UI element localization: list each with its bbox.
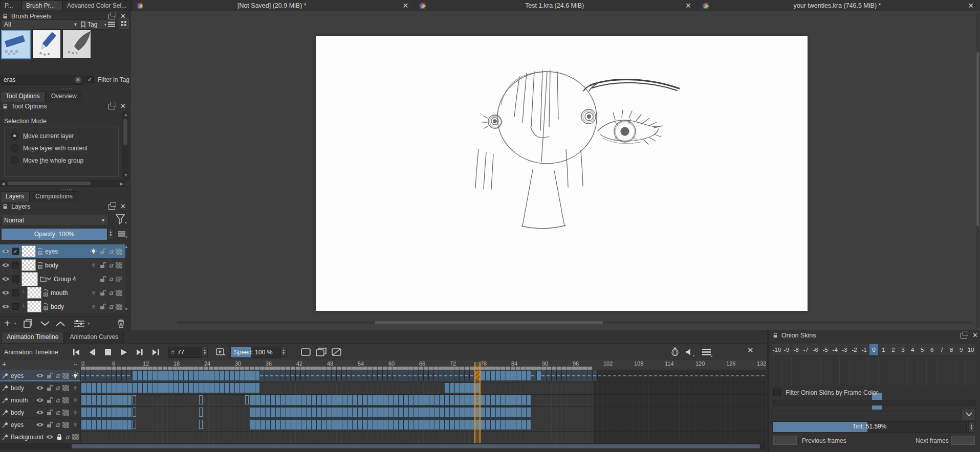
layer-row-mouth[interactable]: └mouthα: [0, 286, 125, 300]
float-docker-icon[interactable]: [108, 14, 115, 19]
visibility-eye-icon[interactable]: [2, 248, 10, 254]
timeline-row-label-eyes[interactable]: eyesα: [0, 370, 81, 381]
skip-to-start-button[interactable]: [70, 346, 83, 358]
scroll-up-icon[interactable]: ▲: [124, 112, 128, 118]
stop-button[interactable]: [101, 346, 115, 358]
radio-icon[interactable]: [11, 132, 18, 140]
canvas-area[interactable]: ······: [131, 11, 980, 330]
timeline-row-label-body[interactable]: bodyα: [0, 382, 81, 394]
tab-layerdock-0[interactable]: Layers: [0, 191, 30, 202]
frame-segment-solid[interactable]: [444, 382, 480, 393]
layers-scroll-up-icon[interactable]: ▲: [124, 244, 128, 249]
tab-tool-0[interactable]: Tool Options: [0, 91, 46, 102]
timeline-row-body[interactable]: bodyα: [0, 406, 766, 419]
lock-icon[interactable]: [100, 262, 106, 268]
timeline-frame-grid[interactable]: eyesαbodyαmouthαbodyαeyesαBackgroundα: [0, 370, 766, 443]
visibility-eye-icon[interactable]: [36, 373, 44, 378]
docker-lock-icon[interactable]: [2, 13, 8, 19]
visibility-eye-icon[interactable]: [36, 410, 44, 415]
visibility-eye-icon[interactable]: [2, 304, 10, 309]
filter-in-tag[interactable]: ✓ Filter in Tag: [86, 76, 129, 83]
inherit-alpha-icon[interactable]: [62, 373, 69, 379]
canvas-hscrollbar[interactable]: [177, 321, 973, 324]
tool-options-vscrollbar[interactable]: ▲ ▼: [122, 111, 129, 179]
alpha-lock-icon[interactable]: α: [108, 247, 113, 255]
current-frame-spinbox[interactable]: # 77: [168, 347, 203, 358]
blend-mode-combobox[interactable]: Normal ▼: [1, 215, 108, 226]
audio-menu-button[interactable]: ▾: [684, 346, 696, 358]
tab-timeline-1[interactable]: Animation Curves: [64, 332, 124, 343]
close-tab-icon[interactable]: ✕: [683, 2, 693, 10]
frame-segment-hollow[interactable]: [133, 395, 136, 404]
create-duplicate-frame-button[interactable]: [314, 346, 328, 357]
visibility-eye-icon[interactable]: [2, 276, 10, 282]
onion-offset-7[interactable]: 7: [937, 344, 946, 355]
layer-select-checkbox[interactable]: [12, 289, 19, 297]
onion-offset-0[interactable]: 0: [869, 344, 879, 355]
skip-to-end-button[interactable]: [149, 346, 162, 358]
lock-icon[interactable]: [47, 397, 53, 403]
layer-select-checkbox[interactable]: [12, 276, 19, 283]
preset-search-input[interactable]: eras ✕: [1, 75, 84, 85]
add-layer-button[interactable]: +: [1, 318, 13, 330]
document-tab-1[interactable]: Test 1.kra (24.6 MiB)✕: [415, 0, 697, 11]
frame-segment-solid[interactable]: [132, 370, 260, 381]
playback-speed-slider[interactable]: Speed: 100 %: [230, 347, 280, 358]
brush-preset-eraser-soft[interactable]: [62, 30, 91, 58]
duplicate-layer-button[interactable]: [21, 318, 35, 330]
create-blank-frame-button[interactable]: [299, 346, 312, 357]
inherit-alpha-icon[interactable]: [62, 410, 69, 416]
frame-segment-solid[interactable]: [250, 407, 531, 418]
dock-splitter-handle[interactable]: ······: [469, 324, 499, 329]
frame-color-filter-bar[interactable]: [773, 400, 975, 405]
frame-spinner-arrows[interactable]: ▲▼: [202, 347, 208, 357]
next-frame-button[interactable]: [133, 346, 146, 358]
next-frames-color-button[interactable]: [951, 436, 975, 445]
tint-slider[interactable]: Tint: 51.59%: [772, 421, 967, 433]
timeline-row-eyes[interactable]: eyesα: [0, 419, 766, 432]
visibility-eye-icon[interactable]: [2, 290, 10, 296]
radio-icon[interactable]: [11, 156, 18, 164]
layer-select-checkbox[interactable]: [12, 303, 19, 310]
frame-segment-solid[interactable]: [250, 395, 531, 405]
onion-skin-toggle-button[interactable]: [668, 346, 682, 358]
visibility-eye-icon[interactable]: [36, 422, 44, 427]
inherit-alpha-icon[interactable]: [62, 422, 69, 428]
timeline-row-Background[interactable]: Backgroundα: [0, 431, 766, 443]
move-layer-down-button[interactable]: [38, 318, 52, 330]
frame-segment-solid[interactable]: [81, 382, 260, 393]
alpha-lock-icon[interactable]: α: [55, 372, 60, 379]
alpha-lock-icon[interactable]: α: [108, 303, 113, 310]
onion-offset-3[interactable]: 3: [898, 344, 907, 355]
dock-tab-1[interactable]: Brush Pr...: [21, 1, 62, 10]
frame-segment-solid[interactable]: [250, 419, 531, 430]
layer-row-body[interactable]: bodyα: [0, 258, 125, 273]
onion-offset-2[interactable]: 2: [888, 344, 898, 355]
onion-skin-bulb-icon[interactable]: [90, 248, 97, 255]
add-layer-menu-icon[interactable]: ▾: [14, 322, 16, 326]
visibility-eye-icon[interactable]: [36, 385, 44, 391]
lock-icon[interactable]: [100, 276, 106, 282]
previous-frame-button[interactable]: [85, 346, 99, 358]
speed-spinner-arrows[interactable]: ▲▼: [280, 347, 287, 357]
frame-segment-solid[interactable]: [81, 395, 132, 405]
alpha-lock-icon[interactable]: α: [55, 409, 60, 416]
filter-frame-color-checkbox[interactable]: [773, 389, 781, 396]
frame-segment-solid[interactable]: [536, 370, 541, 381]
frame-segment-hollow[interactable]: [133, 408, 136, 417]
timeline-settings-menu-button[interactable]: ▾: [700, 346, 714, 358]
alpha-lock-icon[interactable]: α: [108, 275, 113, 283]
pin-icon[interactable]: [2, 385, 9, 391]
canvas-vscrollbar[interactable]: [976, 12, 979, 328]
tab-tool-1[interactable]: Overview: [46, 91, 82, 102]
brush-preset-eraser-pen[interactable]: [32, 30, 61, 58]
frame-segment-dash[interactable]: [598, 370, 766, 381]
close-docker-icon[interactable]: ✕: [120, 204, 126, 209]
radio-icon[interactable]: [11, 144, 18, 152]
onion-skin-bulb-icon[interactable]: [72, 397, 79, 404]
radio-option-0[interactable]: Move current layer: [11, 132, 118, 140]
layer-select-checkbox[interactable]: [12, 262, 19, 269]
onion-offset--5[interactable]: -5: [821, 344, 830, 355]
properties-menu-icon[interactable]: ▾: [88, 322, 90, 326]
frame-segment-held[interactable]: [531, 370, 536, 381]
